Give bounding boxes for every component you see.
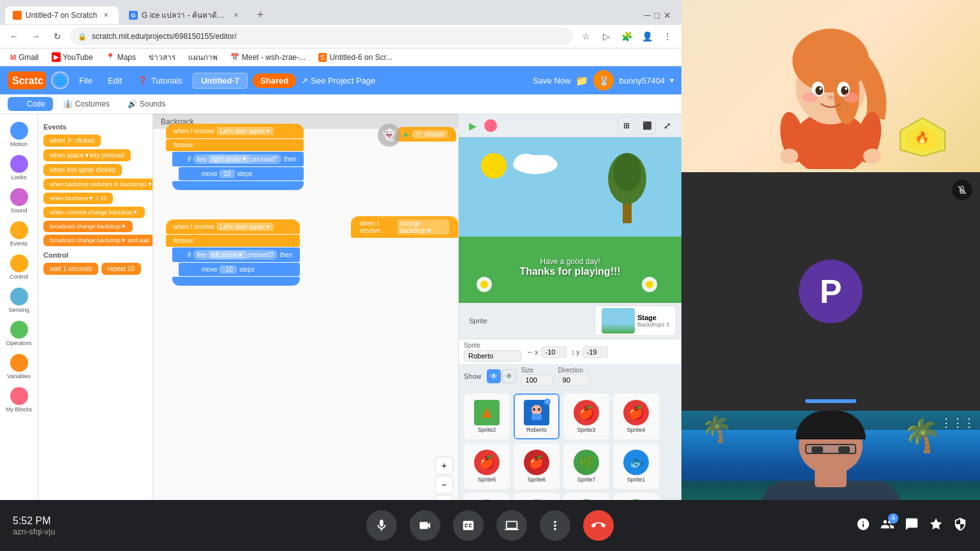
bookmark-youtube[interactable]: ▶ YouTube [47, 51, 98, 63]
block-broadcast[interactable]: broadcast change backdrop▼ [43, 221, 133, 232]
block-when-backdrop[interactable]: when backdrop switches to backdrop1▼ [43, 179, 153, 190]
small-stage-btn[interactable]: ⊞ [618, 117, 635, 135]
tab-sounds[interactable]: 🔊 Sounds [120, 97, 174, 111]
info-button[interactable] [856, 517, 870, 534]
fullscreen-btn[interactable]: ⤢ [658, 117, 676, 135]
sprite-item-sprite7[interactable]: 🌿 Sprite7 [563, 443, 609, 489]
minimize-btn[interactable]: ─ [644, 10, 651, 20]
bookmark-gmail[interactable]: M Gmail [5, 52, 44, 63]
block-wait[interactable]: wait 1 seconds [43, 263, 98, 275]
maximize-btn[interactable]: □ [655, 10, 660, 20]
category-operators[interactable]: Operators [3, 318, 36, 349]
block-forever-1[interactable]: forever [166, 139, 304, 151]
block-repeat[interactable]: repeat 10 [101, 263, 141, 275]
category-sound[interactable]: Sound [3, 186, 36, 216]
block-when-loudness[interactable]: when loudness▼ > 10 [43, 193, 113, 204]
sprite-item-sprite6[interactable]: 🍎 Sprite6 [514, 443, 560, 489]
block-hat-receive-1[interactable]: when I receive Let's start again▼ [166, 124, 304, 138]
safety-button[interactable] [953, 517, 967, 534]
tab-close-google[interactable]: ✕ [231, 10, 241, 20]
bookmark-news[interactable]: ข่าวสาร [144, 50, 181, 64]
block-when-receive-backdrop[interactable]: when I receive change backdrop▼ [351, 216, 458, 238]
tutorials-menu[interactable]: ❓ Tutorials [132, 73, 188, 88]
save-now-btn[interactable]: Save Now [533, 76, 570, 85]
green-flag-btn[interactable]: ▶ [464, 117, 482, 135]
sprite-x-input[interactable] [541, 346, 567, 358]
block-when-key[interactable]: when space▼key pressed [43, 149, 131, 161]
block-if-right[interactable]: if key right arrow▼ pressed? then [172, 152, 304, 166]
forward-button[interactable]: → [27, 27, 45, 45]
hide-icon[interactable]: 👁 [502, 369, 516, 383]
people-button[interactable]: 4 [880, 517, 895, 534]
bookmark-maps[interactable]: 📍 Maps [101, 52, 141, 63]
sprite-item-sprite1[interactable]: 🐟 Sprite1 [613, 443, 659, 489]
sprite-name-input[interactable] [464, 350, 521, 362]
block-broadcast-wait[interactable]: broadcast change backdrop▼ and wait [43, 235, 153, 246]
category-control[interactable]: Control [3, 252, 36, 283]
profile-icon[interactable]: 👤 [638, 27, 656, 45]
sprite-item-sprite4[interactable]: 🍎 Sprite4 [613, 393, 659, 439]
block-floating-clicked[interactable]: ▶ 🏳 clicked [396, 127, 456, 142]
block-move-10[interactable]: move 10 steps [179, 167, 304, 180]
block-if-left[interactable]: if key left arrow▼ pressed? then [172, 247, 300, 262]
direction-input[interactable] [558, 374, 590, 386]
category-motion[interactable]: Motion [3, 119, 36, 150]
activities-button[interactable] [929, 517, 943, 534]
stop-btn[interactable]: ■ [484, 119, 497, 132]
zoom-out-btn[interactable]: − [435, 476, 453, 494]
large-stage-btn[interactable]: ⬛ [638, 117, 656, 135]
block-when-sprite-clicked[interactable]: when this sprite clicked [43, 164, 122, 176]
file-menu[interactable]: File [74, 73, 98, 88]
script-area[interactable]: when I receive Let's start again▼ foreve… [153, 114, 458, 551]
camera-button[interactable] [410, 510, 440, 541]
more-options-button[interactable] [540, 510, 570, 541]
tab-costumes[interactable]: 👔 Costumes [56, 97, 117, 111]
category-events[interactable]: Events [3, 219, 36, 249]
username-dropdown[interactable]: ▾ [670, 76, 674, 85]
block-when-receive[interactable]: when I receive change backdrop▼ [43, 207, 145, 218]
folder-icon[interactable]: 📁 [575, 75, 588, 87]
size-input[interactable] [521, 374, 553, 386]
present-button[interactable] [496, 510, 527, 541]
shared-button[interactable]: Shared [253, 73, 296, 88]
extension-icon[interactable]: 🧩 [618, 27, 635, 45]
category-myblocks[interactable]: My Blocks [3, 385, 36, 415]
tab-scratch[interactable]: Untitled-7 on Scratch ✕ [5, 6, 119, 24]
category-variables[interactable]: Variables [3, 351, 36, 382]
end-call-button[interactable] [583, 510, 614, 541]
sprite-item-roberto[interactable]: ✓ Roberto [514, 393, 560, 439]
star-icon[interactable]: ☆ [577, 27, 595, 45]
play-icon[interactable]: ▷ [597, 27, 615, 45]
project-name[interactable]: Untitled-7 [193, 73, 248, 89]
show-icon[interactable]: 👁 [487, 369, 501, 383]
chat-button[interactable] [905, 517, 919, 534]
bookmark-maps2[interactable]: แผนภาพ [183, 50, 223, 64]
close-btn[interactable]: ✕ [664, 10, 671, 20]
zoom-in-btn[interactable]: + [435, 457, 453, 474]
three-dots-menu[interactable]: ⋮⋮⋮ [940, 416, 975, 430]
block-forever-2[interactable]: forever [166, 235, 300, 247]
sprite-item-sprite3[interactable]: 🍎 Sprite3 [563, 393, 609, 439]
back-button[interactable]: ← [5, 27, 23, 45]
user-avatar[interactable]: 🐰 [593, 70, 614, 91]
username[interactable]: bunny57404 [619, 76, 665, 85]
bookmark-meet[interactable]: 📅 Meet - wsh-zrae-... [225, 52, 311, 63]
tab-code[interactable]: Code [8, 97, 53, 111]
sprite-item-sprite5[interactable]: 🍎 Sprite5 [464, 443, 510, 489]
block-when-clicked[interactable]: when 🏳 clicked [43, 135, 101, 147]
see-project-btn[interactable]: ↗ See Project Page [301, 76, 375, 85]
captions-button[interactable] [453, 510, 484, 541]
sprite-y-input[interactable] [583, 346, 608, 358]
language-selector[interactable]: 🌐 [51, 71, 69, 89]
tab-google[interactable]: G G ice แปลว่า - ค้นหาด้วย Google ✕ [121, 5, 249, 25]
edit-menu[interactable]: Edit [103, 73, 127, 88]
mic-button[interactable] [366, 510, 397, 541]
reload-button[interactable]: ↻ [48, 27, 66, 45]
category-looks[interactable]: Looks [3, 152, 36, 183]
sprite-item-sprite2[interactable]: Sprite2 [464, 393, 510, 439]
address-bar[interactable]: 🔒 scratch.mit.edu/projects/698150155/edi… [70, 27, 573, 45]
tab-close-scratch[interactable]: ✕ [101, 10, 111, 20]
more-options-icon[interactable]: ⋮ [658, 27, 676, 45]
bookmark-scratch2[interactable]: S Untitled-6 on Scr... [313, 52, 397, 63]
category-sensing[interactable]: Sensing [3, 285, 36, 316]
